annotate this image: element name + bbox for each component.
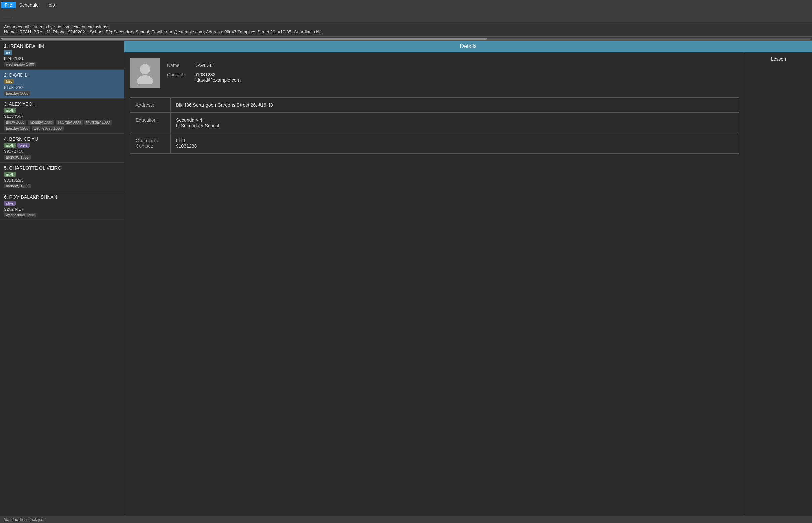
student-item-5[interactable]: 5. CHARLOTTE OLIVEIROmath93210283monday … (0, 163, 124, 192)
tag-math-3: math (4, 108, 16, 113)
tag-row-2: hist (4, 79, 120, 84)
menu-bar: File Schedule Help (0, 0, 812, 10)
contact-value: 91031282 lidavid@example.com (194, 72, 241, 83)
schedule-tag: monday 2000 (27, 120, 54, 125)
details-header: Details (125, 41, 812, 52)
contact-phone: 91031282 (194, 72, 215, 77)
address-label: Address: (130, 97, 171, 112)
address-row: Address: Blk 436 Serangoon Gardens Stree… (130, 97, 739, 113)
guardian-row: Guardian'sContact: LI LI 91031288 (130, 133, 739, 154)
student-phone-1: 92492021 (4, 56, 120, 61)
tag-hist-2: hist (4, 79, 14, 84)
status-text: ./data/addressbook.json (3, 517, 45, 522)
student-list: 1. IRFAN IBRAHIMcn92492021wednesday 1400… (0, 41, 125, 516)
command-input[interactable] (3, 13, 13, 19)
tag-math-4: math (4, 143, 16, 148)
address-value: Blk 436 Serangoon Gardens Street 26, #16… (171, 97, 739, 112)
notification-bar: Advanced all students by one level excep… (0, 22, 812, 37)
tag-row-4: mathphys (4, 143, 120, 148)
tag-phys-6: phys (4, 201, 16, 205)
schedule-tag: saturday 0800 (56, 120, 83, 125)
tag-math-5: math (4, 172, 16, 177)
tag-row-1: cn (4, 50, 120, 55)
svg-point-0 (140, 64, 150, 74)
student-phone-2: 91031282 (4, 85, 120, 90)
tag-row-3: math (4, 108, 120, 113)
contact-email: lidavid@example.com (194, 77, 241, 83)
notification-line2: Name: IRFAN IBRAHIM; Phone: 92492021; Sc… (4, 29, 808, 34)
lesson-header: Lesson (749, 56, 808, 61)
schedule-tag: wednesday 1600 (32, 126, 63, 131)
guardian-label: Guardian'sContact: (130, 133, 171, 154)
student-name-2: 2. DAVID LI (4, 72, 120, 78)
details-main: Name: DAVID LI Contact: 91031282 lidavid… (125, 52, 745, 516)
schedule-tag: monday 1800 (4, 155, 31, 160)
student-phone-6: 92624417 (4, 206, 120, 212)
tag-cn-1: cn (4, 50, 12, 55)
tag-row-6: phys (4, 201, 120, 205)
schedule-tags-4: monday 1800 (4, 155, 120, 160)
lesson-panel: Lesson (745, 52, 812, 516)
tag-row-5: math (4, 172, 120, 177)
student-phone-5: 93210283 (4, 178, 120, 183)
schedule-tag: wednesday 1400 (4, 62, 36, 67)
guardian-name: LI LI (176, 138, 734, 143)
command-bar (0, 10, 812, 22)
contact-label: Contact: (167, 72, 190, 83)
details-table: Address: Blk 436 Serangoon Gardens Stree… (130, 97, 739, 154)
main-content: 1. IRFAN IBRAHIMcn92492021wednesday 1400… (0, 41, 812, 516)
profile-info: Name: DAVID LI Contact: 91031282 lidavid… (167, 62, 241, 83)
notification-line1: Advanced all students by one level excep… (4, 24, 808, 29)
student-name-3: 3. ALEX YEOH (4, 101, 120, 107)
schedule-tag: wednesday 1200 (4, 213, 36, 217)
menu-file[interactable]: File (1, 2, 16, 8)
profile-section: Name: DAVID LI Contact: 91031282 lidavid… (130, 57, 739, 93)
schedule-tag: tuesday 1200 (4, 126, 30, 131)
schedule-tag: monday 1500 (4, 184, 31, 188)
avatar (130, 57, 160, 88)
details-panel: Details Name: DAVID LI (125, 41, 812, 516)
contact-row: Contact: 91031282 lidavid@example.com (167, 72, 241, 83)
student-item-1[interactable]: 1. IRFAN IBRAHIMcn92492021wednesday 1400 (0, 41, 124, 70)
scroll-thumb (1, 38, 487, 40)
education-value: Secondary 4 Li Secondary School (171, 113, 739, 133)
status-bar: ./data/addressbook.json (0, 516, 812, 523)
svg-point-1 (137, 75, 153, 85)
scroll-indicator (0, 37, 812, 41)
name-value: DAVID LI (194, 62, 213, 68)
student-item-6[interactable]: 6. ROY BALAKRISHNANphys92624417wednesday… (0, 192, 124, 220)
name-label: Name: (167, 62, 190, 68)
student-item-3[interactable]: 3. ALEX YEOHmath91234567friday 2000monda… (0, 98, 124, 133)
student-name-6: 6. ROY BALAKRISHNAN (4, 194, 120, 200)
menu-help[interactable]: Help (42, 2, 58, 8)
schedule-tags-2: tuesday 1000 (4, 91, 120, 95)
student-name-5: 5. CHARLOTTE OLIVEIRO (4, 165, 120, 170)
education-level: Secondary 4 (176, 118, 734, 123)
student-name-1: 1. IRFAN IBRAHIM (4, 43, 120, 49)
guardian-phone: 91031288 (176, 143, 734, 149)
menu-schedule[interactable]: Schedule (16, 2, 42, 8)
schedule-tags-1: wednesday 1400 (4, 62, 120, 67)
avatar-icon (133, 61, 157, 85)
education-school: Li Secondary School (176, 123, 734, 128)
schedule-tag: friday 2000 (4, 120, 26, 125)
tag-phys-4: phys (18, 143, 29, 148)
schedule-tags-5: monday 1500 (4, 184, 120, 188)
student-phone-4: 99272758 (4, 149, 120, 154)
name-row: Name: DAVID LI (167, 62, 241, 68)
student-item-4[interactable]: 4. BERNICE YUmathphys99272758monday 1800 (0, 133, 124, 163)
schedule-tags-3: friday 2000monday 2000saturday 0800thurs… (4, 120, 120, 131)
student-phone-3: 91234567 (4, 114, 120, 119)
education-label: Education: (130, 113, 171, 133)
student-item-2[interactable]: 2. DAVID LIhist91031282tuesday 1000 (0, 70, 124, 98)
education-row: Education: Secondary 4 Li Secondary Scho… (130, 113, 739, 133)
schedule-tag: tuesday 1000 (4, 91, 30, 95)
schedule-tags-6: wednesday 1200 (4, 213, 120, 217)
guardian-value: LI LI 91031288 (171, 133, 739, 154)
student-name-4: 4. BERNICE YU (4, 136, 120, 142)
scroll-track[interactable] (1, 38, 811, 40)
details-body: Name: DAVID LI Contact: 91031282 lidavid… (125, 52, 812, 516)
schedule-tag: thursday 1800 (84, 120, 112, 125)
